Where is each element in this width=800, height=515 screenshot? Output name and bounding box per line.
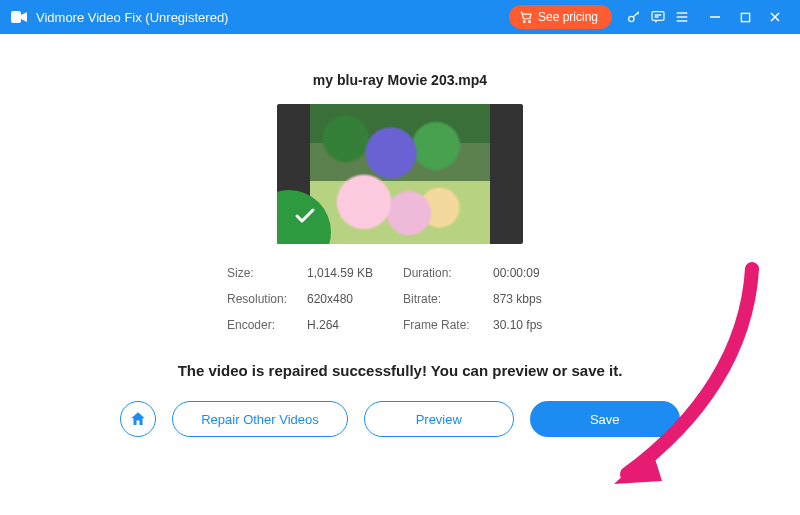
app-title: Vidmore Video Fix (Unregistered)	[36, 10, 228, 25]
repair-other-button[interactable]: Repair Other Videos	[172, 401, 348, 437]
bitrate-label: Bitrate:	[403, 292, 493, 306]
duration-label: Duration:	[403, 266, 493, 280]
encoder-label: Encoder:	[227, 318, 307, 332]
button-row: Repair Other Videos Preview Save	[120, 401, 680, 437]
see-pricing-label: See pricing	[538, 10, 598, 24]
framerate-label: Frame Rate:	[403, 318, 493, 332]
preview-label: Preview	[416, 412, 462, 427]
svg-rect-5	[741, 13, 749, 21]
svg-point-3	[629, 16, 634, 21]
home-icon	[129, 410, 147, 428]
menu-icon[interactable]	[670, 0, 694, 34]
home-button[interactable]	[120, 401, 156, 437]
maximize-button[interactable]	[730, 0, 760, 34]
titlebar: Vidmore Video Fix (Unregistered) See pri…	[0, 0, 800, 34]
key-icon[interactable]	[622, 0, 646, 34]
svg-point-1	[523, 21, 525, 23]
file-name: my blu-ray Movie 203.mp4	[313, 72, 487, 88]
metadata-grid: Size: 1,014.59 KB Duration: 00:00:09 Res…	[227, 266, 573, 332]
video-thumbnail	[277, 104, 523, 244]
check-icon	[293, 204, 317, 228]
resolution-value: 620x480	[307, 292, 403, 306]
bitrate-value: 873 kbps	[493, 292, 573, 306]
close-button[interactable]	[760, 0, 790, 34]
resolution-label: Resolution:	[227, 292, 307, 306]
svg-rect-4	[652, 12, 664, 21]
duration-value: 00:00:09	[493, 266, 573, 280]
thumbnail-image	[310, 104, 490, 244]
see-pricing-button[interactable]: See pricing	[509, 5, 612, 29]
size-label: Size:	[227, 266, 307, 280]
main-content: my blu-ray Movie 203.mp4 Size: 1,014.59 …	[0, 34, 800, 515]
minimize-button[interactable]	[700, 0, 730, 34]
app-logo-icon	[10, 8, 28, 26]
svg-rect-0	[11, 11, 21, 23]
save-button[interactable]: Save	[530, 401, 680, 437]
annotation-arrow	[592, 259, 772, 499]
size-value: 1,014.59 KB	[307, 266, 403, 280]
feedback-icon[interactable]	[646, 0, 670, 34]
cart-icon	[519, 10, 533, 24]
status-message: The video is repaired successfully! You …	[178, 362, 623, 379]
preview-button[interactable]: Preview	[364, 401, 514, 437]
svg-point-2	[529, 21, 531, 23]
framerate-value: 30.10 fps	[493, 318, 573, 332]
save-label: Save	[590, 412, 620, 427]
encoder-value: H.264	[307, 318, 403, 332]
repair-other-label: Repair Other Videos	[201, 412, 319, 427]
